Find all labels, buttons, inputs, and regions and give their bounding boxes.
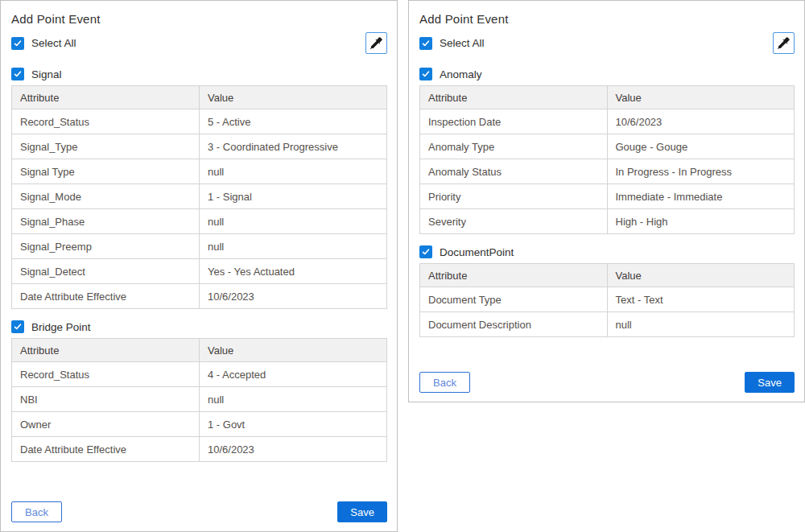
panel-title: Add Point Event	[11, 12, 387, 26]
back-button[interactable]: Back	[11, 501, 62, 522]
column-header-attribute: Attribute	[12, 339, 200, 362]
attribute-cell: Date Attribute Effective	[12, 437, 200, 462]
value-cell: High - High	[607, 209, 795, 234]
attributes-table: AttributeValueRecord_Status4 - AcceptedN…	[11, 338, 387, 462]
table-row: Signal Typenull	[12, 159, 387, 184]
attribute-cell: Record_Status	[12, 109, 200, 134]
checkbox[interactable]	[419, 245, 432, 258]
table-header-row: AttributeValue	[420, 264, 795, 287]
layer-group: Bridge PointAttributeValueRecord_Status4…	[11, 320, 387, 462]
attribute-cell: Signal Type	[12, 159, 200, 184]
value-cell: Immediate - Immediate	[607, 184, 795, 209]
attributes-table: AttributeValueRecord_Status5 - ActiveSig…	[11, 85, 387, 309]
select-all-checkbox-row[interactable]: Select All	[419, 37, 485, 50]
layer-group: SignalAttributeValueRecord_Status5 - Act…	[11, 68, 387, 309]
attribute-cell: Signal_Mode	[12, 184, 200, 209]
table-row: Date Attribute Effective10/6/2023	[12, 284, 387, 309]
value-cell: Gouge - Gouge	[607, 134, 795, 159]
table-row: Record_Status5 - Active	[12, 109, 387, 134]
table-row: Signal_Phasenull	[12, 209, 387, 234]
group-label: Anomaly	[440, 68, 482, 80]
value-cell: 5 - Active	[200, 109, 387, 134]
layer-group: AnomalyAttributeValueInspection Date10/6…	[419, 68, 795, 234]
table-row: SeverityHigh - High	[420, 209, 795, 234]
table-row: Inspection Date10/6/2023	[420, 109, 795, 134]
checkbox[interactable]	[419, 68, 432, 80]
panel-footer: Back Save	[419, 361, 795, 393]
value-cell: null	[200, 234, 387, 259]
eyedropper-icon	[778, 37, 790, 49]
attribute-cell: Signal_Preemp	[12, 234, 200, 259]
column-header-attribute: Attribute	[12, 86, 200, 109]
table-row: Document TypeText - Text	[420, 287, 795, 312]
group-label: Signal	[31, 68, 62, 80]
group-checkbox-row[interactable]: Anomaly	[419, 68, 795, 80]
value-cell: 1 - Signal	[200, 184, 387, 209]
select-all-checkbox[interactable]	[419, 37, 432, 50]
column-header-value: Value	[607, 264, 795, 287]
value-cell: Text - Text	[607, 287, 795, 312]
table-row: NBInull	[12, 387, 387, 412]
attribute-cell: Document Type	[420, 287, 608, 312]
table-row: Signal_Type3 - Coordinated Progressive	[12, 134, 387, 159]
checkbox[interactable]	[11, 320, 24, 333]
attribute-cell: Anomaly Status	[420, 159, 608, 184]
attribute-cell: Anomaly Type	[420, 134, 608, 159]
value-cell: 10/6/2023	[200, 437, 387, 462]
panel-topbar: Select All	[419, 32, 795, 54]
group-checkbox-row[interactable]: DocumentPoint	[419, 245, 795, 258]
table-row: Record_Status4 - Accepted	[12, 362, 387, 387]
add-point-event-panel-right: Add Point Event Select All AnomalyAttrib…	[408, 0, 805, 402]
add-point-event-popups: Add Point Event Select All SignalAttribu…	[0, 0, 805, 532]
save-button[interactable]: Save	[337, 501, 387, 522]
value-cell: 4 - Accepted	[200, 362, 387, 387]
back-button[interactable]: Back	[419, 372, 470, 393]
pipette-button[interactable]	[773, 32, 795, 54]
attribute-cell: Severity	[420, 209, 608, 234]
value-cell: null	[200, 209, 387, 234]
checkbox[interactable]	[11, 68, 24, 80]
attributes-table: AttributeValueDocument TypeText - TextDo…	[419, 263, 795, 337]
table-row: Signal_Preempnull	[12, 234, 387, 259]
attribute-cell: Owner	[12, 412, 200, 437]
attribute-cell: NBI	[12, 387, 200, 412]
save-button[interactable]: Save	[745, 372, 795, 393]
value-cell: 10/6/2023	[200, 284, 387, 309]
attribute-cell: Signal_Detect	[12, 259, 200, 284]
column-header-value: Value	[200, 339, 387, 362]
panel-footer: Back Save	[11, 490, 387, 522]
select-all-checkbox[interactable]	[11, 37, 24, 50]
value-cell: 10/6/2023	[607, 109, 795, 134]
table-row: Document Descriptionnull	[420, 312, 795, 337]
attribute-cell: Signal_Type	[12, 134, 200, 159]
column-header-attribute: Attribute	[420, 264, 608, 287]
eyedropper-icon	[370, 37, 382, 49]
attributes-table: AttributeValueInspection Date10/6/2023An…	[419, 85, 795, 234]
group-checkbox-row[interactable]: Signal	[11, 68, 387, 80]
attribute-cell: Document Description	[420, 312, 608, 337]
value-cell: In Progress - In Progress	[607, 159, 795, 184]
pipette-button[interactable]	[365, 32, 387, 54]
value-cell: null	[200, 159, 387, 184]
attribute-cell: Record_Status	[12, 362, 200, 387]
table-row: Date Attribute Effective10/6/2023	[12, 437, 387, 462]
group-checkbox-row[interactable]: Bridge Point	[11, 320, 387, 333]
add-point-event-panel-left: Add Point Event Select All SignalAttribu…	[0, 0, 398, 532]
attribute-cell: Signal_Phase	[12, 209, 200, 234]
layer-group: DocumentPointAttributeValueDocument Type…	[419, 245, 795, 337]
select-all-checkbox-row[interactable]: Select All	[11, 37, 76, 50]
table-row: Anomaly StatusIn Progress - In Progress	[420, 159, 795, 184]
value-cell: null	[200, 387, 387, 412]
table-header-row: AttributeValue	[12, 86, 387, 109]
groups-list: SignalAttributeValueRecord_Status5 - Act…	[11, 68, 387, 462]
value-cell: Yes - Yes Actuated	[200, 259, 387, 284]
table-row: Signal_Mode1 - Signal	[12, 184, 387, 209]
group-label: Bridge Point	[31, 321, 91, 333]
attribute-cell: Date Attribute Effective	[12, 284, 200, 309]
table-row: Signal_DetectYes - Yes Actuated	[12, 259, 387, 284]
column-header-value: Value	[607, 86, 795, 109]
select-all-label: Select All	[31, 37, 76, 49]
value-cell: 1 - Govt	[200, 412, 387, 437]
groups-list: AnomalyAttributeValueInspection Date10/6…	[419, 68, 795, 337]
column-header-value: Value	[200, 86, 387, 109]
